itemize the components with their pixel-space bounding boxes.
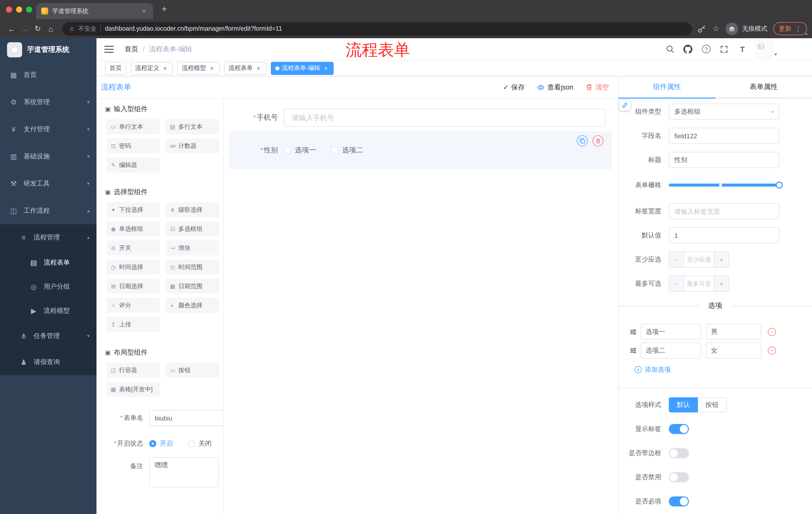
sidebar-item-process-management[interactable]: ≡ 流程管理 ▴ xyxy=(0,224,96,250)
delete-component-button[interactable] xyxy=(592,135,604,146)
sidebar-item-leave-query[interactable]: ♟ 请假查询 xyxy=(0,349,96,375)
palette-item-row-container[interactable]: ◫行容器 xyxy=(107,362,160,378)
drag-handle-icon[interactable] xyxy=(630,328,637,335)
form-grid-slider[interactable] xyxy=(669,177,779,193)
palette-item-slider[interactable]: ⊸滑块 xyxy=(166,240,219,255)
forward-button[interactable]: → xyxy=(18,22,31,35)
palette-item-textarea[interactable]: ▤多行文本 xyxy=(166,119,219,134)
tag-close-icon[interactable]: × xyxy=(162,64,168,72)
add-option-button[interactable]: + 添加选项 xyxy=(635,364,812,375)
palette-item-time-range-picker[interactable]: ◴时间范围 xyxy=(166,260,219,275)
password-key-icon[interactable] xyxy=(697,24,707,34)
tag-process-model[interactable]: 流程模型 × xyxy=(177,62,220,75)
bookmark-star-icon[interactable]: ☆ xyxy=(713,24,720,33)
breadcrumb-home[interactable]: 首页 xyxy=(125,45,138,54)
font-size-icon[interactable]: T xyxy=(737,44,748,54)
palette-item-switch[interactable]: ⊝开关 xyxy=(107,240,160,255)
view-json-button[interactable]: 查看json xyxy=(536,83,573,92)
tag-home[interactable]: 首页 xyxy=(105,62,126,75)
increase-button[interactable]: + xyxy=(714,252,729,267)
disabled-toggle[interactable] xyxy=(669,472,689,482)
sidebar-item-home[interactable]: ▦ 首页 xyxy=(0,61,96,88)
security-warning-icon[interactable]: ⚠ xyxy=(69,25,75,32)
show-label-toggle[interactable] xyxy=(669,424,689,434)
field-name-input[interactable] xyxy=(669,128,779,144)
sidebar-item-devtools[interactable]: ⚒ 研发工具 ▾ xyxy=(0,170,96,197)
reload-button[interactable]: ↻ xyxy=(31,22,44,35)
slider-track[interactable] xyxy=(669,184,779,187)
palette-item-cascader[interactable]: ⋔级联选择 xyxy=(166,202,219,217)
tag-process-form-edit[interactable]: 流程表单-编辑 × xyxy=(271,62,334,75)
option-style-default-button[interactable]: 默认 xyxy=(669,397,698,412)
sidebar-item-process-form[interactable]: ▤ 流程表单 xyxy=(0,250,96,275)
increase-button[interactable]: + xyxy=(714,276,729,291)
new-tab-button[interactable]: + xyxy=(159,4,170,15)
user-menu[interactable]: ▾ xyxy=(755,40,777,58)
window-zoom-button[interactable] xyxy=(26,6,32,12)
github-icon[interactable] xyxy=(683,44,693,54)
drag-handle-icon[interactable] xyxy=(630,347,637,354)
max-select-value[interactable]: 最多可选 xyxy=(684,276,714,291)
tab-close-icon[interactable]: × xyxy=(140,7,148,15)
palette-item-select[interactable]: ▾下拉选择 xyxy=(107,202,160,217)
clear-button[interactable]: 清空 xyxy=(585,83,609,92)
palette-item-single-line-text[interactable]: ▭单行文本 xyxy=(107,119,160,134)
home-button[interactable]: ⌂ xyxy=(44,22,57,35)
remove-option-icon[interactable]: − xyxy=(768,328,776,336)
palette-item-upload[interactable]: ↥上传 xyxy=(107,317,160,332)
tab-form-props[interactable]: 表单属性 xyxy=(715,77,812,98)
phone-input[interactable] xyxy=(284,109,606,127)
component-type-select[interactable]: 多选框组 ▾ xyxy=(669,104,779,120)
gender-option-1-checkbox[interactable]: 选项一 xyxy=(284,146,316,155)
incognito-badge[interactable]: 无痕模式 xyxy=(726,22,767,35)
sidebar-item-system[interactable]: ⚙ 系统管理 ▾ xyxy=(0,88,96,116)
back-button[interactable]: ← xyxy=(5,22,18,35)
default-value-input[interactable] xyxy=(669,227,779,243)
sidebar-item-process-model[interactable]: ▶ 流程模型 xyxy=(0,299,96,323)
border-toggle[interactable] xyxy=(669,448,689,458)
sidebar-item-infrastructure[interactable]: ▥ 基础设施 ▾ xyxy=(0,143,96,170)
sidebar-collapse-icon[interactable] xyxy=(105,46,114,53)
palette-item-counter[interactable]: 123计数器 xyxy=(166,138,219,154)
fullscreen-icon[interactable] xyxy=(719,44,729,54)
palette-item-time-picker[interactable]: ◷时间选择 xyxy=(107,260,160,275)
palette-item-radio-group[interactable]: ◉单选框组 xyxy=(107,221,160,236)
palette-item-rate[interactable]: ☆评分 xyxy=(107,298,160,313)
palette-item-checkbox-group[interactable]: ☑多选框组 xyxy=(166,221,219,236)
copy-component-button[interactable] xyxy=(577,135,588,146)
tag-close-icon[interactable]: × xyxy=(208,64,215,72)
window-close-button[interactable] xyxy=(6,6,12,12)
palette-item-table[interactable]: ▦表格[开发中] xyxy=(107,382,160,397)
palette-item-password[interactable]: ⊡密码 xyxy=(107,138,160,154)
form-remark-textarea[interactable]: 嘿嘿 xyxy=(149,457,219,487)
decrease-button[interactable]: − xyxy=(669,252,684,267)
palette-item-editor[interactable]: ✎编辑器 xyxy=(107,157,160,172)
option-2-value-input[interactable] xyxy=(706,343,761,359)
browser-update-button[interactable]: 更新 ⋮ xyxy=(773,22,807,35)
remove-option-icon[interactable]: − xyxy=(768,347,776,355)
gender-field-selected[interactable]: *性别 选项一 选项二 xyxy=(229,131,612,169)
gender-option-2-checkbox[interactable]: 选项二 xyxy=(331,146,363,155)
title-input[interactable] xyxy=(669,152,779,168)
window-minimize-button[interactable] xyxy=(16,6,22,12)
tag-process-definition[interactable]: 流程定义 × xyxy=(130,62,173,75)
min-select-value[interactable]: 至少应选 xyxy=(684,252,714,267)
sidebar-item-workflow[interactable]: ◫ 工作流程 ▴ xyxy=(0,197,96,224)
option-1-label-input[interactable] xyxy=(641,324,701,340)
status-on-radio[interactable]: 开启 xyxy=(149,439,173,448)
browser-menu-icon[interactable]: ⋮ xyxy=(795,25,802,32)
tag-process-form[interactable]: 流程表单 × xyxy=(224,62,266,75)
chrome-caret-icon[interactable]: ▾ xyxy=(805,32,808,37)
required-toggle[interactable] xyxy=(669,496,689,507)
search-icon[interactable] xyxy=(665,44,675,54)
slider-handle[interactable] xyxy=(776,182,783,189)
tag-close-icon[interactable]: × xyxy=(323,64,329,72)
sidebar-item-payment[interactable]: ¥ 支付管理 ▾ xyxy=(0,116,96,143)
palette-item-date-range-picker[interactable]: ▦日期范围 xyxy=(166,279,219,294)
help-icon[interactable]: ? xyxy=(701,44,711,54)
palette-item-date-picker[interactable]: ⊞日期选择 xyxy=(107,279,160,294)
label-width-input[interactable] xyxy=(669,203,779,219)
phone-field[interactable]: *手机号 xyxy=(229,109,606,127)
form-name-input[interactable] xyxy=(149,410,224,426)
form-canvas[interactable]: *手机号 *性别 xyxy=(224,99,618,514)
